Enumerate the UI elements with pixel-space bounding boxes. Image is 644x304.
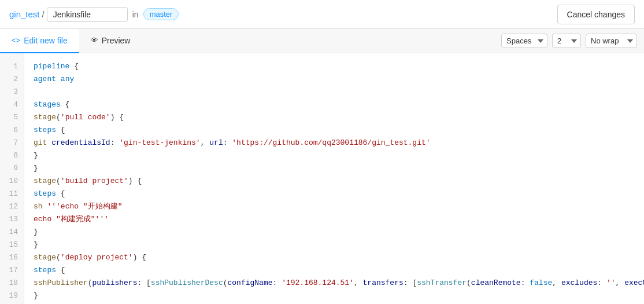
breadcrumb: gin_test / in master: [9, 7, 557, 22]
line-numbers: 1 2 3 4 5 6 7 8 9 10 11 12 13 14 15 16 1…: [0, 53, 24, 304]
code-line-14: }: [34, 226, 644, 239]
header-bar: gin_test / in master Cancel changes: [0, 0, 644, 29]
line-num-9: 9: [0, 162, 24, 175]
code-line-15: }: [34, 239, 644, 251]
code-line-7: git credentialsId: 'gin-test-jenkins', u…: [34, 137, 644, 149]
line-num-12: 12: [0, 200, 24, 213]
code-line-9: }: [34, 162, 644, 175]
filename-input[interactable]: [47, 7, 128, 22]
wrap-select[interactable]: No wrap Soft wrap: [586, 34, 637, 48]
line-num-16: 16: [0, 251, 24, 264]
editor-toolbar: <> Edit new file 👁 Preview Spaces Tabs 2…: [0, 29, 644, 53]
line-num-13: 13: [0, 213, 24, 226]
spaces-select[interactable]: Spaces Tabs: [501, 34, 547, 48]
breadcrumb-in-label: in: [132, 10, 139, 19]
line-num-3: 3: [0, 86, 24, 98]
edit-icon: <>: [12, 36, 20, 45]
line-num-11: 11: [0, 188, 24, 200]
code-line-16: stage('deploy project') {: [34, 251, 644, 264]
line-num-15: 15: [0, 239, 24, 251]
code-line-6: steps {: [34, 124, 644, 137]
line-num-7: 7: [0, 137, 24, 149]
code-editor[interactable]: pipeline { agent any stages { stage('pul…: [24, 53, 644, 304]
line-num-17: 17: [0, 264, 24, 277]
line-num-8: 8: [0, 149, 24, 162]
breadcrumb-separator: /: [42, 9, 45, 19]
line-num-4: 4: [0, 98, 24, 111]
cancel-changes-button[interactable]: Cancel changes: [557, 5, 635, 24]
editor-area: 1 2 3 4 5 6 7 8 9 10 11 12 13 14 15 16 1…: [0, 53, 644, 304]
code-line-5: stage('pull code') {: [34, 111, 644, 124]
tab-edit-label: Edit new file: [24, 36, 67, 45]
preview-icon: 👁: [91, 36, 98, 45]
code-line-18: sshPublisher(publishers: [sshPublisherDe…: [34, 277, 644, 290]
code-line-11: steps {: [34, 188, 644, 200]
tab-preview-label: Preview: [102, 36, 131, 45]
indent-select[interactable]: 2 4 8: [552, 34, 581, 48]
tab-preview[interactable]: 👁 Preview: [79, 29, 142, 53]
tab-edit[interactable]: <> Edit new file: [0, 29, 79, 53]
branch-badge[interactable]: master: [143, 8, 179, 20]
code-line-1: pipeline {: [34, 60, 644, 73]
code-line-2: agent any: [34, 73, 644, 86]
code-line-19: }: [34, 290, 644, 302]
code-line-3: [34, 86, 644, 98]
toolbar-controls: Spaces Tabs 2 4 8 No wrap Soft wrap: [501, 34, 644, 48]
line-num-18: 18: [0, 277, 24, 290]
repo-link[interactable]: gin_test: [9, 9, 40, 19]
code-line-12: sh '''echo "开始构建": [34, 200, 644, 213]
line-num-10: 10: [0, 175, 24, 188]
line-num-19: 19: [0, 290, 24, 302]
line-num-2: 2: [0, 73, 24, 86]
code-line-13: echo "构建完成"''': [34, 213, 644, 226]
line-num-14: 14: [0, 226, 24, 239]
code-line-8: }: [34, 149, 644, 162]
code-line-17: steps {: [34, 264, 644, 277]
line-num-6: 6: [0, 124, 24, 137]
code-line-4: stages {: [34, 98, 644, 111]
line-num-1: 1: [0, 60, 24, 73]
line-num-5: 5: [0, 111, 24, 124]
code-line-10: stage('build project') {: [34, 175, 644, 188]
